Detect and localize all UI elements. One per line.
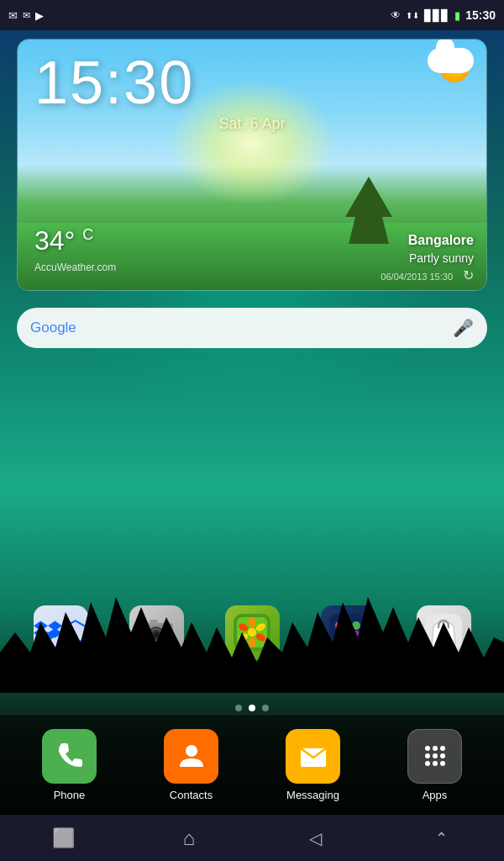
phone-icon [42, 729, 97, 784]
battery-icon: ▮ [454, 9, 460, 22]
apps-icon [407, 729, 462, 784]
email-icon: ✉ [23, 10, 30, 21]
svg-point-36 [433, 746, 438, 751]
updated-label: 06/04/2013 15:30 [381, 272, 453, 282]
status-right-icons: 👁 ⬆⬇ ▊▊▊ ▮ 15:30 [391, 8, 496, 22]
home-button[interactable]: ⌂ [164, 827, 214, 850]
nav-bar: ⬜ ⌂ ◁ ⌃ [0, 815, 504, 861]
svg-point-41 [425, 761, 430, 766]
wallpaper: 15:30 Sat, 6 Apr 34° C AccuWeather.com B… [0, 30, 504, 861]
svg-point-43 [440, 761, 445, 766]
status-bar: ✉ ✉ ▶ 👁 ⬆⬇ ▊▊▊ ▮ 15:30 [0, 0, 504, 30]
messaging-svg [297, 740, 329, 772]
page-dot-2[interactable] [262, 705, 269, 711]
widget-temp: 34° C [34, 225, 93, 256]
video-icon: ▶ [35, 9, 44, 22]
condition-label: Partly sunny [409, 251, 474, 265]
apps-svg [419, 740, 451, 772]
contacts-label: Contacts [170, 789, 213, 801]
gmail-icon: ✉ [8, 9, 18, 22]
apps-label: Apps [423, 789, 448, 801]
svg-point-14 [249, 617, 255, 627]
signal-icon: ▊▊▊ [424, 9, 449, 22]
svg-point-40 [440, 753, 445, 758]
google-logo: Google [30, 320, 444, 336]
page-dots [0, 705, 504, 711]
widget-date: Sat, 6 Apr [34, 115, 470, 133]
svg-point-37 [440, 746, 445, 751]
dock: Phone Contacts Messaging [0, 714, 504, 815]
weather-icon [423, 48, 474, 90]
phone-svg [54, 740, 86, 772]
svg-point-20 [248, 628, 256, 637]
search-bar[interactable]: Google 🎤 [17, 308, 487, 348]
data-icon: ⬆⬇ [406, 11, 419, 20]
refresh-icon[interactable]: ↻ [463, 267, 474, 283]
accuweather-label: AccuWeather.com [34, 261, 116, 273]
mic-icon[interactable]: 🎤 [453, 318, 474, 338]
widget-time: 15:30 [34, 48, 194, 117]
recent-apps-button[interactable]: ⬜ [38, 827, 88, 849]
weather-widget[interactable]: 15:30 Sat, 6 Apr 34° C AccuWeather.com B… [17, 39, 487, 291]
svg-point-33 [186, 745, 197, 757]
temp-unit: C [82, 226, 93, 243]
page-dot-0[interactable] [235, 705, 242, 711]
svg-rect-10 [150, 620, 158, 625]
phone-dock-item[interactable]: Phone [19, 729, 120, 801]
up-button[interactable]: ⌃ [416, 829, 466, 848]
svg-point-42 [433, 761, 438, 766]
svg-point-17 [249, 637, 255, 647]
svg-point-35 [425, 746, 430, 751]
svg-point-38 [425, 753, 430, 758]
cloud-shape [428, 48, 474, 73]
status-left-icons: ✉ ✉ ▶ [8, 9, 44, 22]
city-label: Bangalore [408, 233, 474, 248]
back-button[interactable]: ◁ [290, 828, 340, 848]
contacts-svg [176, 740, 207, 772]
svg-point-39 [433, 753, 438, 758]
temp-value: 34° [34, 225, 75, 256]
eye-icon: 👁 [391, 9, 401, 21]
apps-dock-item[interactable]: Apps [385, 729, 486, 801]
messaging-dock-item[interactable]: Messaging [263, 729, 364, 801]
contacts-icon [164, 729, 218, 784]
svg-point-9 [154, 632, 160, 638]
phone-label: Phone [54, 789, 86, 801]
time-display: 15:30 [465, 8, 496, 22]
weather-background: 15:30 Sat, 6 Apr 34° C AccuWeather.com B… [18, 40, 486, 290]
page-dot-1[interactable] [249, 705, 255, 711]
messaging-icon [286, 729, 340, 784]
messaging-label: Messaging [286, 789, 339, 801]
contacts-dock-item[interactable]: Contacts [141, 729, 242, 801]
